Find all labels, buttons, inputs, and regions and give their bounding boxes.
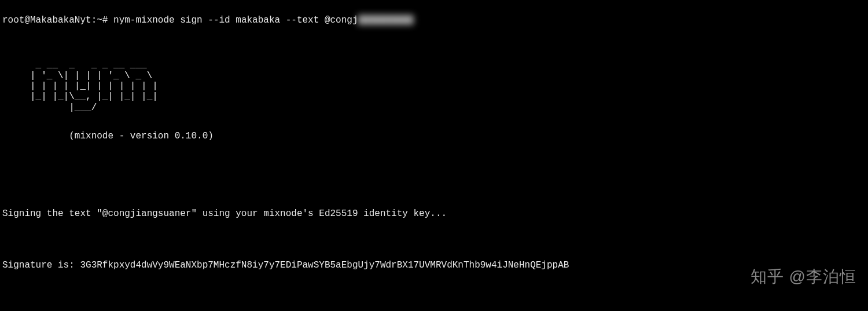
- prompt-path: ~: [97, 14, 102, 27]
- prompt-line-1: root@MakabakaNyt:~# nym-mixnode sign --i…: [2, 14, 866, 27]
- obscured-argument: ██████████: [358, 14, 414, 27]
- prompt-user-host: root@MakabakaNyt: [2, 14, 91, 27]
- ascii-logo: _ __ _ _ _ __ ___ | '_ \| | | | '_ \ _ \…: [2, 60, 866, 113]
- signing-line: Signing the text "@congjiangsuaner" usin…: [2, 207, 866, 220]
- prompt-hash: #: [102, 14, 113, 27]
- version-line: (mixnode - version 0.10.0): [2, 130, 866, 142]
- prompt-sep: :: [91, 14, 97, 27]
- terminal-output[interactable]: root@MakabakaNyt:~# nym-mixnode sign --i…: [2, 1, 866, 311]
- watermark: 知乎 @李泊恒: [751, 265, 856, 288]
- command-text: nym-mixnode sign --id makabaka --text @c…: [113, 14, 358, 27]
- signature-line: Signature is: 3G3Rfkpxyd4dwVy9WEaNXbp7MH…: [2, 259, 866, 272]
